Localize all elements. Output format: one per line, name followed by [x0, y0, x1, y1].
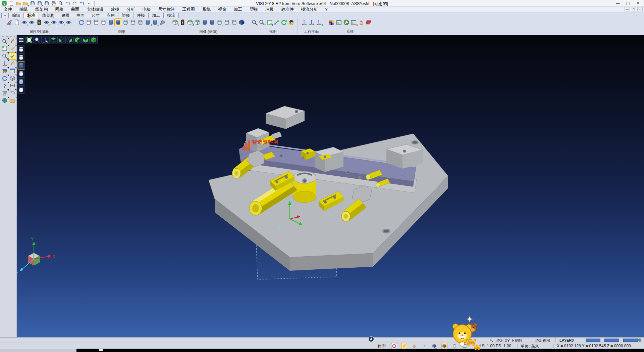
solid-display-icon[interactable] [201, 19, 208, 26]
wireframe-solid-icon[interactable] [231, 19, 238, 26]
menu-14[interactable]: 塑模 [246, 7, 262, 12]
tab-建模[interactable]: 建模 [58, 13, 73, 18]
tab-加工[interactable]: 加工 [149, 13, 164, 18]
dashed-hidden-view-icon[interactable] [100, 19, 107, 26]
open-file-icon[interactable] [15, 0, 21, 6]
viewbar-menu-icon[interactable] [17, 36, 25, 44]
undo-last-icon[interactable] [9, 90, 16, 96]
window-select-icon[interactable] [1, 45, 8, 52]
system-options-icon[interactable] [343, 19, 350, 26]
status-render-mode-icon[interactable] [442, 343, 447, 349]
menu-12[interactable]: 视窗 [214, 7, 230, 12]
translucent-view-icon[interactable] [122, 19, 129, 26]
menu-5[interactable]: 实体编辑 [83, 7, 107, 12]
mdi-close-button[interactable]: × [637, 7, 643, 11]
view-front-icon[interactable] [74, 36, 81, 44]
color-palette-icon[interactable] [328, 19, 335, 26]
solid-info-icon[interactable]: □ [223, 19, 230, 26]
hide-all-icon[interactable]: − [65, 19, 72, 26]
export-solids-icon[interactable]: → [152, 19, 159, 26]
display-settings-icon[interactable] [335, 19, 342, 26]
iso-axes-icon[interactable] [42, 36, 49, 44]
fit-view-icon[interactable] [25, 36, 33, 44]
style-translucent-icon[interactable] [17, 78, 25, 85]
tab-线架构[interactable]: 线架构 [39, 13, 58, 18]
advanced-add-icon[interactable]: + [172, 19, 179, 26]
validate-solid-icon[interactable]: ✓ [216, 19, 223, 26]
menu-1[interactable]: 编辑 [16, 7, 32, 12]
filter-document-icon[interactable] [13, 19, 20, 26]
selection-settings-icon[interactable] [358, 19, 365, 26]
table-settings-icon[interactable] [365, 19, 372, 26]
window-layout-icon[interactable]: × [350, 19, 357, 26]
close-button[interactable]: × [633, 0, 643, 6]
hidden-line-view-icon[interactable] [93, 19, 100, 26]
delete-entities-icon[interactable]: × [9, 38, 16, 45]
tab-模流[interactable]: 模流 [164, 13, 179, 18]
tab-冲模[interactable]: 冲模 [133, 13, 149, 18]
save-icon[interactable] [30, 0, 36, 6]
menu-4[interactable]: 曲面 [67, 7, 83, 12]
workplane-entity-icon[interactable]: + [308, 19, 315, 26]
view-orientation-icon[interactable] [288, 19, 295, 26]
search-view-icon[interactable] [489, 338, 494, 343]
confirm-selection-icon[interactable] [9, 53, 16, 59]
visi-logo-icon[interactable] [1, 0, 7, 6]
maximize-button[interactable]: ▢ [623, 0, 633, 6]
regenerate-view-icon[interactable] [1, 75, 8, 82]
view-back-icon[interactable] [82, 36, 89, 44]
style-wireframe-icon[interactable] [17, 46, 25, 53]
save-all-icon[interactable]: ✓ [44, 0, 50, 6]
shaded-view-icon[interactable] [107, 19, 114, 26]
style-shaded-icon[interactable] [17, 62, 25, 69]
advanced-toggle-icon[interactable]: ± [194, 19, 201, 26]
toolbar-options-icon[interactable]: ▾ [86, 0, 92, 6]
tab-dropdown[interactable]: ▼ [1, 13, 9, 18]
edit-curve-icon[interactable] [9, 60, 16, 67]
shaded-edges-view-icon[interactable] [115, 19, 122, 26]
print-icon[interactable] [51, 0, 57, 6]
selection-filter-icon[interactable] [1, 38, 8, 45]
toggle-visibility-icon[interactable]: ± [50, 19, 57, 26]
advanced-refresh-icon[interactable]: ↺ [186, 19, 194, 26]
new-document-icon[interactable] [8, 0, 14, 6]
minimize-button[interactable]: — [613, 0, 623, 6]
menu-10[interactable]: 工程图 [179, 7, 199, 12]
layer-color-swatch[interactable] [586, 339, 600, 342]
navigation-wheel-icon[interactable] [1, 97, 8, 104]
tab-编辑[interactable]: 编辑 [9, 13, 24, 18]
dock-grip[interactable] [2, 36, 15, 37]
menu-2[interactable]: 线架构 [32, 7, 52, 12]
menu-7[interactable]: 分析 [123, 7, 139, 12]
workplane-view-icon[interactable]: ↺ [315, 19, 322, 26]
show-all-icon[interactable]: + [58, 19, 65, 26]
save-as-icon[interactable]: + [37, 0, 43, 6]
menu-15[interactable]: 冲模 [262, 7, 277, 12]
zoom-selection-icon[interactable]: □ [258, 19, 265, 26]
status-refresh-icon[interactable] [391, 343, 397, 349]
tab-标准[interactable]: 标准 [24, 13, 39, 18]
zoom-window-icon[interactable] [34, 36, 41, 44]
advanced-trafficlight-icon[interactable] [179, 19, 186, 26]
menu-9[interactable]: 尺寸标注 [155, 7, 179, 12]
regenerate-icon[interactable] [78, 19, 85, 26]
status-help-icon[interactable] [422, 343, 427, 349]
move-ucs-icon[interactable] [1, 60, 8, 67]
attribute-manager-icon[interactable] [1, 68, 8, 74]
zoom-scale-1-1-icon[interactable]: 1:1 [266, 19, 273, 26]
context-help-icon[interactable] [1, 82, 8, 89]
sketch-curve-icon[interactable]: ~ [9, 45, 16, 52]
line-color-swatch[interactable] [604, 339, 619, 342]
menu-3[interactable]: 网格 [52, 7, 67, 12]
open-project-icon[interactable]: + [22, 0, 29, 6]
graphics-settings-icon[interactable] [159, 19, 166, 26]
menu-16[interactable]: 标准件 [277, 7, 298, 12]
tab-应用[interactable]: 应用 [103, 13, 118, 18]
regen-solids-icon[interactable]: ↺ [144, 19, 151, 26]
status-wand-icon[interactable] [401, 343, 407, 349]
redo-icon[interactable] [72, 0, 78, 6]
rotate-view-icon[interactable] [280, 19, 287, 26]
flat-view-icon[interactable] [129, 19, 137, 26]
annotation-badge[interactable]: A [368, 336, 374, 342]
attributes-brush-icon[interactable] [6, 19, 13, 26]
